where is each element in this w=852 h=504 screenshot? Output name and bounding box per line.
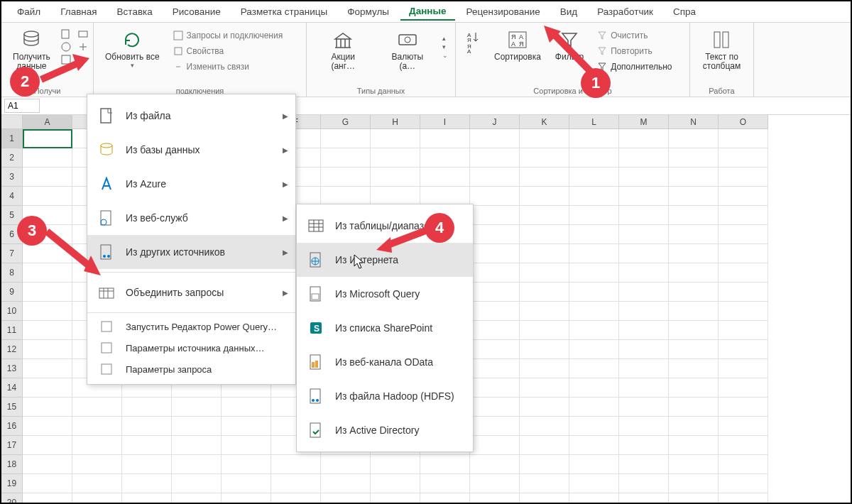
source-icon[interactable] [77,28,89,40]
column-header[interactable]: M [619,115,669,129]
cell[interactable] [470,474,520,493]
cell[interactable] [619,436,669,455]
cell[interactable] [619,168,669,187]
cell[interactable] [619,225,669,244]
cell[interactable] [23,359,72,378]
cell[interactable] [420,493,470,504]
cell[interactable] [569,474,619,493]
cell[interactable] [719,187,768,206]
cell[interactable] [520,263,569,283]
tab-данные[interactable]: Данные [400,3,454,21]
cell[interactable] [321,493,371,504]
cell[interactable] [719,340,768,359]
cell[interactable] [669,302,719,321]
cell[interactable] [371,455,420,474]
clear-filter-button[interactable]: Очистить [594,28,674,43]
cell[interactable] [520,340,569,359]
cell[interactable] [619,417,669,436]
cell[interactable] [470,417,520,436]
cell[interactable] [669,244,719,263]
menu-item[interactable]: Из файла Hadoop (HDFS) [297,379,473,413]
cell[interactable] [619,283,669,302]
cell[interactable] [122,417,172,436]
cell[interactable] [23,493,72,504]
cell[interactable] [569,321,619,340]
cell[interactable] [371,474,420,493]
cell[interactable] [569,129,619,148]
cell[interactable] [669,225,719,244]
cell[interactable] [470,359,520,378]
cell[interactable] [719,455,768,474]
cell[interactable] [569,455,619,474]
cell[interactable] [719,398,768,417]
cell[interactable] [470,340,520,359]
cell[interactable] [719,378,768,398]
cell[interactable] [470,148,520,168]
tab-рисование[interactable]: Рисование [164,4,229,20]
cell[interactable] [122,398,172,417]
tab-формулы[interactable]: Формулы [339,4,398,20]
cell[interactable] [719,493,768,504]
cell[interactable] [619,129,669,148]
tab-разработчик[interactable]: Разработчик [589,4,662,20]
row-header[interactable]: 3 [1,168,23,187]
menu-item[interactable]: Из файла▶ [87,99,295,133]
tab-разметка страницы[interactable]: Разметка страницы [232,4,336,20]
cell[interactable] [23,455,72,474]
menu-item[interactable]: Объединить запросы▶ [87,275,295,309]
cell[interactable] [719,225,768,244]
file-icon[interactable] [60,28,72,40]
cell[interactable] [569,283,619,302]
cell[interactable] [371,493,420,504]
row-header[interactable]: 12 [1,340,23,359]
cell[interactable] [23,417,72,436]
column-header[interactable]: I [420,115,470,129]
cell[interactable] [719,263,768,283]
cell[interactable] [619,244,669,263]
cell[interactable] [122,493,172,504]
cell[interactable] [619,474,669,493]
cell[interactable] [470,206,520,225]
column-header[interactable]: L [569,115,619,129]
tab-главная[interactable]: Главная [52,4,105,20]
tab-рецензирование[interactable]: Рецензирование [458,4,549,20]
cell[interactable] [520,378,569,398]
cell[interactable] [669,474,719,493]
cell[interactable] [569,378,619,398]
cell[interactable] [321,148,371,168]
cell[interactable] [719,359,768,378]
cell[interactable] [520,244,569,263]
tab-вставка[interactable]: Вставка [109,4,161,20]
cell[interactable] [669,187,719,206]
cell[interactable] [520,302,569,321]
cell[interactable] [569,340,619,359]
cell[interactable] [520,455,569,474]
cell[interactable] [321,187,371,206]
cell[interactable] [23,436,72,455]
row-header[interactable]: 2 [1,148,23,168]
stocks-button[interactable]: Акции (анг… [314,26,373,74]
cell[interactable] [669,493,719,504]
cell[interactable] [520,493,569,504]
cell[interactable] [371,129,420,148]
cell[interactable] [222,417,271,436]
row-header[interactable]: 4 [1,187,23,206]
cell[interactable] [72,417,122,436]
cell[interactable] [172,417,222,436]
cell[interactable] [669,378,719,398]
cell[interactable] [669,206,719,225]
row-header[interactable]: 7 [1,244,23,263]
cell[interactable] [172,474,222,493]
cell[interactable] [719,321,768,340]
reapply-button[interactable]: Повторить [594,44,674,58]
row-header[interactable]: 18 [1,455,23,474]
cell[interactable] [520,148,569,168]
cell[interactable] [520,398,569,417]
row-header[interactable]: 8 [1,263,23,283]
cell[interactable] [569,417,619,436]
cell[interactable] [569,359,619,378]
cell[interactable] [569,263,619,283]
cell[interactable] [321,474,371,493]
cell[interactable] [569,302,619,321]
menu-item[interactable]: Из Azure▶ [87,167,295,201]
